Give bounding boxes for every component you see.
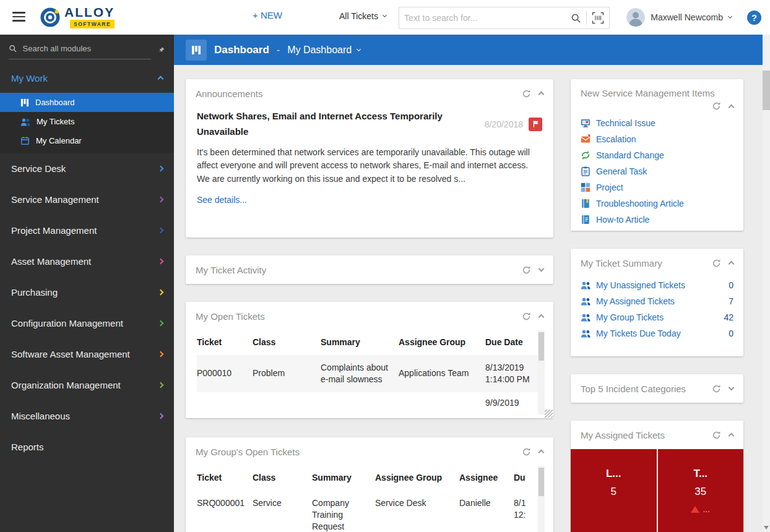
sidebar-item-dashboard[interactable]: Dashboard <box>0 93 174 112</box>
column-header-class[interactable]: Class <box>253 330 321 355</box>
sidebar-item-purchasing[interactable]: Purchasing <box>0 277 174 307</box>
expand-icon[interactable] <box>729 385 735 391</box>
nav-section-my-work[interactable]: My Work <box>0 63 174 93</box>
module-search-input[interactable] <box>23 44 151 53</box>
sidebar-item-label: Service Desk <box>11 163 66 174</box>
treemap-label: T... <box>693 468 707 480</box>
table-row[interactable]: P000010 Problem Complaints about e-mail … <box>197 355 545 392</box>
column-header-assignee[interactable]: Assignee <box>459 466 514 491</box>
sidebar-item-reports[interactable]: Reports <box>0 431 174 462</box>
table-scrollbar[interactable] <box>538 330 545 414</box>
refresh-icon[interactable] <box>712 384 721 393</box>
card-title: Top 5 Incident Categories <box>581 384 686 394</box>
collapse-icon[interactable] <box>539 92 545 98</box>
search-input[interactable] <box>404 13 566 23</box>
cell-ticket: SRQ000001 <box>197 491 253 532</box>
summary-my-unassigned-tickets[interactable]: My Unassigned Tickets 0 <box>571 277 743 293</box>
sidebar-item-software-asset-management[interactable]: Software Asset Management <box>0 338 174 369</box>
sidebar-item-service-management[interactable]: Service Management <box>0 184 174 215</box>
collapse-icon[interactable] <box>729 261 735 267</box>
new-item-troubleshooting-article[interactable]: Troubleshooting Article <box>571 195 743 212</box>
table-row[interactable]: SRQ000001 Service Company Training Reque… <box>197 491 545 532</box>
scrollbar-thumb[interactable] <box>539 468 544 496</box>
column-header-summary[interactable]: Summary <box>312 466 375 491</box>
summary-my-assigned-tickets[interactable]: My Assigned Tickets 7 <box>571 293 743 309</box>
column-header-due-date[interactable]: Due Date <box>485 330 545 355</box>
refresh-icon[interactable] <box>522 312 531 321</box>
cell-ticket <box>197 392 253 414</box>
column-header-ticket[interactable]: Ticket <box>197 330 253 355</box>
dashboard-selector[interactable]: My Dashboard <box>287 45 360 56</box>
column-header-class[interactable]: Class <box>253 466 312 491</box>
treemap-block[interactable]: L... 5 <box>571 449 657 532</box>
column-header-summary[interactable]: Summary <box>321 330 399 355</box>
sidebar-item-project-management[interactable]: Project Management <box>0 215 174 246</box>
refresh-icon[interactable] <box>522 265 531 275</box>
summary-my-group-tickets[interactable]: My Group Tickets 42 <box>571 309 743 325</box>
cell-summary: Complaints about e-mail slowness <box>321 355 399 392</box>
sidebar-item-label: Software Asset Management <box>11 349 130 359</box>
cell-ticket: P000010 <box>197 355 253 392</box>
new-item-standard-change[interactable]: Standard Change <box>571 147 743 163</box>
my-ticket-activity-card: My Ticket Activity <box>186 255 553 284</box>
new-button[interactable]: + NEW <box>253 10 282 20</box>
sidebar-item-configuration-management[interactable]: Configuration Management <box>0 307 174 338</box>
collapse-icon[interactable] <box>539 450 545 456</box>
chevron-down-icon <box>357 46 361 51</box>
table-row[interactable]: 9/9/2019 <box>197 392 545 414</box>
chevron-right-icon <box>158 227 164 233</box>
new-item-project[interactable]: Project <box>571 179 743 195</box>
user-menu[interactable]: Maxwell Newcomb <box>626 8 732 27</box>
help-button[interactable]: ? <box>747 11 761 25</box>
new-item-label: How-to Article <box>596 215 649 225</box>
refresh-icon[interactable] <box>712 259 721 268</box>
column-header-ticket[interactable]: Ticket <box>197 466 253 491</box>
summary-my-tickets-due-today[interactable]: My Tickets Due Today 0 <box>571 325 743 341</box>
chevron-up-icon <box>158 76 164 82</box>
sidebar-item-organization-management[interactable]: Organization Management <box>0 369 174 400</box>
new-item-general-task[interactable]: General Task <box>571 163 743 179</box>
table-scrollbar[interactable] <box>538 466 545 532</box>
card-title: My Group's Open Tickets <box>196 447 300 457</box>
treemap-block[interactable]: T... 35 ... <box>657 449 744 532</box>
sidebar-item-label: Project Management <box>11 225 97 236</box>
my-open-tickets-table: Ticket Class Summary Assignee Group Due … <box>197 330 545 414</box>
scroll-down-arrow[interactable] <box>764 526 769 530</box>
resize-grip[interactable] <box>545 410 553 418</box>
dashboard-icon <box>20 98 29 107</box>
refresh-icon[interactable] <box>522 447 531 457</box>
column-header-assignee-group[interactable]: Assignee Group <box>399 330 485 355</box>
treemap-marker-text: ... <box>703 504 710 514</box>
dashboard-icon <box>186 40 207 61</box>
see-details-link[interactable]: See details... <box>197 195 247 205</box>
page-header: Dashboard - My Dashboard <box>174 35 763 65</box>
column-header-assignee-group[interactable]: Assignee Group <box>375 466 459 491</box>
refresh-icon[interactable] <box>712 431 721 440</box>
summary-count: 0 <box>729 280 733 290</box>
ticket-filter-dropdown[interactable]: All Tickets <box>339 11 386 21</box>
chevron-right-icon <box>158 165 164 171</box>
pin-icon[interactable] <box>157 47 167 56</box>
new-item-escalation[interactable]: Escalation <box>571 131 743 147</box>
new-item-label: Escalation <box>596 134 636 144</box>
sidebar-item-service-desk[interactable]: Service Desk <box>0 153 174 184</box>
refresh-icon[interactable] <box>712 101 721 111</box>
new-item-how-to-article[interactable]: How-to Article <box>571 212 743 228</box>
search-icon[interactable] <box>571 13 581 24</box>
app-logo[interactable]: ALLOY SOFTWARE <box>40 6 115 28</box>
scrollbar-thumb[interactable] <box>539 332 544 361</box>
sidebar-item-miscellaneous[interactable]: Miscellaneous <box>0 400 174 431</box>
sidebar-item-my-tickets[interactable]: My Tickets <box>0 112 174 131</box>
collapse-icon[interactable] <box>729 104 735 110</box>
menu-icon[interactable] <box>12 12 25 22</box>
collapse-icon[interactable] <box>729 433 735 439</box>
refresh-icon[interactable] <box>522 89 531 98</box>
sidebar-item-asset-management[interactable]: Asset Management <box>0 246 174 277</box>
barcode-scan-icon[interactable] <box>592 12 604 24</box>
new-item-technical-issue[interactable]: Technical Issue <box>571 115 743 131</box>
scrollbar-thumb[interactable] <box>763 71 770 110</box>
page-scrollbar[interactable] <box>763 35 770 532</box>
expand-icon[interactable] <box>539 266 545 272</box>
sidebar-item-my-calendar[interactable]: My Calendar <box>0 131 174 150</box>
collapse-icon[interactable] <box>539 314 545 320</box>
